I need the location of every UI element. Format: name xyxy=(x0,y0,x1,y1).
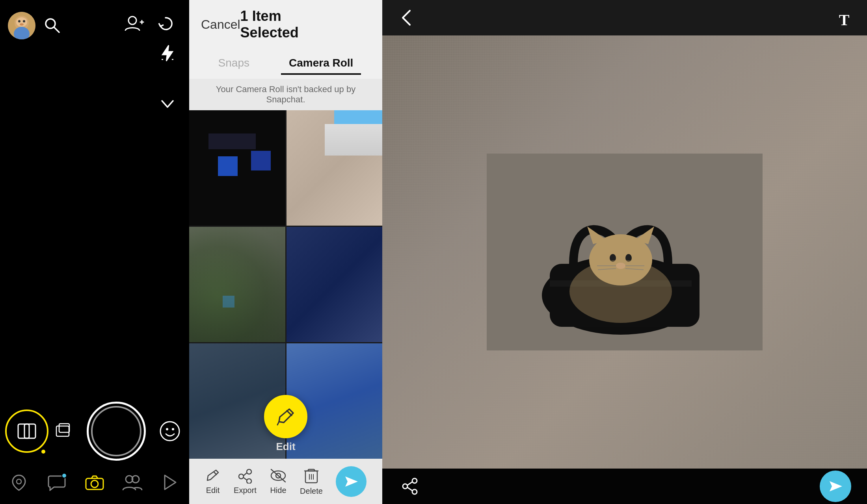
camera-roll-small[interactable] xyxy=(52,419,76,443)
svg-point-3 xyxy=(18,20,20,22)
svg-point-5 xyxy=(20,23,24,26)
photo-cell-2[interactable] xyxy=(287,110,383,226)
modal-tabs: Snaps Camera Roll xyxy=(189,49,382,79)
delete-action[interactable]: Delete xyxy=(300,467,323,496)
cancel-label: Cancel xyxy=(201,17,240,32)
svg-line-8 xyxy=(54,27,59,32)
send-button-center[interactable] xyxy=(336,466,367,497)
svg-marker-83 xyxy=(830,481,842,491)
nav-location[interactable] xyxy=(7,471,31,494)
svg-marker-12 xyxy=(162,45,173,61)
right-bottom-bar xyxy=(382,469,867,504)
text-tool[interactable]: T xyxy=(832,8,856,32)
export-action[interactable]: Export xyxy=(234,468,257,495)
svg-point-19 xyxy=(160,422,179,441)
right-top-bar xyxy=(382,0,867,35)
svg-point-78 xyxy=(403,484,407,489)
hide-action-label: Hide xyxy=(270,486,286,495)
svg-line-34 xyxy=(244,473,247,476)
nav-stories[interactable] xyxy=(158,471,182,494)
chevron-down-icon[interactable] xyxy=(158,94,177,114)
nav-chat[interactable] xyxy=(45,471,69,494)
svg-rect-17 xyxy=(56,426,69,436)
svg-point-4 xyxy=(23,20,25,22)
svg-point-31 xyxy=(239,474,244,479)
cat-photo xyxy=(382,35,867,469)
memories-icon[interactable] xyxy=(5,410,48,453)
svg-rect-15 xyxy=(18,424,29,438)
svg-line-82 xyxy=(407,487,412,491)
nav-friends[interactable] xyxy=(121,471,144,494)
center-panel: Cancel 1 Item Selected Snaps Camera Roll… xyxy=(189,0,382,504)
add-friend-icon[interactable] xyxy=(122,12,146,35)
avatar[interactable] xyxy=(8,12,35,39)
send-button-right[interactable] xyxy=(820,471,851,502)
edit-action[interactable]: Edit xyxy=(205,468,221,495)
photo-cell-1[interactable] xyxy=(189,110,285,226)
svg-line-35 xyxy=(244,478,247,480)
edit-float: Edit xyxy=(264,395,307,453)
back-icon[interactable] xyxy=(394,6,418,30)
bottom-nav xyxy=(0,465,189,500)
emoji-icon[interactable] xyxy=(156,417,184,445)
svg-line-81 xyxy=(407,482,412,485)
svg-point-9 xyxy=(128,17,136,24)
svg-rect-16 xyxy=(24,424,35,438)
svg-point-24 xyxy=(91,480,98,487)
edit-label: Edit xyxy=(276,441,295,453)
edit-action-label: Edit xyxy=(206,486,220,495)
svg-point-21 xyxy=(172,428,174,430)
flash-icon[interactable] xyxy=(158,43,177,63)
svg-rect-18 xyxy=(59,424,69,432)
nav-camera[interactable] xyxy=(83,471,106,494)
share-icon[interactable] xyxy=(398,474,422,498)
svg-line-30 xyxy=(214,472,217,475)
rotate-icon[interactable] xyxy=(154,12,177,35)
camera-roll-notice: Your Camera Roll isn't backed up by Snap… xyxy=(189,79,382,110)
modal-header: Cancel 1 Item Selected xyxy=(189,0,382,49)
action-bar: Edit Export Hide xyxy=(189,459,382,504)
svg-point-80 xyxy=(412,489,417,494)
svg-point-79 xyxy=(412,478,417,483)
svg-point-20 xyxy=(166,428,168,430)
tab-camera-roll[interactable]: Camera Roll xyxy=(281,53,361,75)
delete-action-label: Delete xyxy=(300,487,323,496)
svg-point-22 xyxy=(17,479,21,484)
right-panel: T xyxy=(382,0,867,504)
tab-snaps[interactable]: Snaps xyxy=(210,53,257,75)
shutter-button[interactable] xyxy=(87,402,146,461)
cancel-button[interactable]: Cancel xyxy=(201,17,240,32)
svg-marker-27 xyxy=(165,475,176,489)
svg-point-77 xyxy=(569,260,672,323)
hide-action[interactable]: Hide xyxy=(270,468,287,495)
svg-point-32 xyxy=(247,469,251,474)
photo-cell-3[interactable] xyxy=(189,227,285,342)
moon-icon[interactable] xyxy=(158,69,177,89)
export-action-label: Export xyxy=(234,486,257,495)
photo-cell-4[interactable] xyxy=(287,227,383,342)
modal-title: 1 Item Selected xyxy=(240,8,335,41)
search-icon[interactable] xyxy=(43,17,61,34)
left-panel xyxy=(0,0,189,504)
edit-circle-button[interactable] xyxy=(264,395,307,438)
svg-marker-44 xyxy=(345,476,358,487)
svg-point-33 xyxy=(247,479,251,484)
svg-line-29 xyxy=(277,422,279,425)
